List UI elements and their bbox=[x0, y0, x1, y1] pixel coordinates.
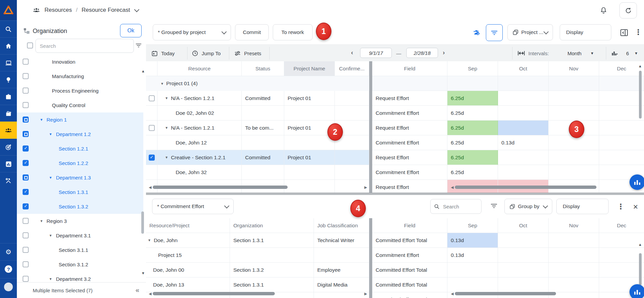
tree-checkbox[interactable] bbox=[23, 131, 29, 137]
scroll-left-icon[interactable]: ◀ bbox=[149, 185, 151, 190]
effort-cell-dec[interactable] bbox=[599, 91, 644, 106]
tree-item[interactable]: ▼Region 1 bbox=[17, 112, 143, 127]
effort-cell-nov[interactable] bbox=[549, 263, 599, 277]
effort-cell-sep[interactable]: 6.25d bbox=[447, 121, 498, 135]
column-header-oct[interactable]: Oct bbox=[498, 61, 549, 76]
today-button[interactable]: Today bbox=[151, 45, 175, 62]
group-by-dropdown[interactable]: Group by bbox=[504, 199, 552, 214]
org-filter-icon[interactable] bbox=[136, 43, 142, 48]
column-header-dec[interactable]: Dec bbox=[599, 61, 644, 76]
column-header-field[interactable]: Field bbox=[372, 218, 447, 233]
tree-item[interactable]: Section 1.3.2 bbox=[17, 199, 143, 214]
collapse-arrow-icon[interactable]: ▼ bbox=[165, 126, 168, 130]
tree-checkbox[interactable] bbox=[23, 160, 29, 166]
table-row[interactable]: Doe, John 32 Commitment Effort 6.25d bbox=[146, 165, 644, 180]
effort-cell-sep[interactable]: 6.25d bbox=[447, 165, 498, 180]
sidebar-item-projects[interactable] bbox=[0, 105, 17, 122]
column-header-organization[interactable]: Organization bbox=[230, 218, 314, 233]
tree-checkbox[interactable] bbox=[23, 261, 29, 267]
column-header-dec[interactable]: Dec bbox=[599, 218, 644, 233]
bottom-display-button[interactable]: Display bbox=[556, 199, 609, 214]
tree-item[interactable]: Innovation bbox=[17, 55, 143, 69]
display-button[interactable]: Display bbox=[560, 24, 611, 40]
column-header-resource-project[interactable]: Resource/Project bbox=[146, 218, 230, 233]
column-header-oct[interactable]: Oct bbox=[498, 218, 549, 233]
presets-button[interactable]: Presets bbox=[234, 45, 261, 62]
scroll-right-icon[interactable]: ▶ bbox=[364, 185, 367, 190]
scrollbar-thumb[interactable] bbox=[153, 186, 288, 189]
select-all-checkbox[interactable] bbox=[27, 42, 33, 48]
effort-cell-oct[interactable] bbox=[498, 277, 549, 292]
filter-toggle-button[interactable] bbox=[486, 24, 503, 41]
expand-arrow-icon[interactable]: ▼ bbox=[49, 228, 52, 243]
tree-checkbox[interactable] bbox=[23, 102, 29, 108]
table-row[interactable]: Doe 02, John 02 Commitment Effort 6.25d bbox=[146, 106, 644, 121]
effort-cell-nov[interactable] bbox=[549, 150, 599, 165]
tree-item[interactable]: ▼Department 1.3 bbox=[17, 170, 143, 185]
chart-view-fab[interactable] bbox=[630, 174, 644, 190]
refresh-button[interactable] bbox=[619, 2, 637, 19]
date-to-input[interactable] bbox=[406, 48, 438, 58]
scroll-left-icon[interactable]: ◀ bbox=[451, 185, 453, 190]
column-header-job-classification[interactable]: Job Classification bbox=[314, 218, 369, 233]
chart-view-fab[interactable] bbox=[630, 284, 644, 298]
scroll-up-icon[interactable]: ▲ bbox=[638, 64, 642, 68]
effort-cell-sep[interactable]: 0.13d bbox=[447, 248, 498, 263]
org-search-input[interactable] bbox=[36, 43, 134, 49]
sidebar-item-home[interactable] bbox=[0, 37, 17, 55]
sidebar-item-search[interactable] bbox=[0, 21, 17, 38]
sidebar-item-work[interactable] bbox=[0, 88, 17, 105]
tree-checkbox[interactable] bbox=[23, 232, 29, 238]
user-avatar[interactable] bbox=[0, 278, 17, 295]
tree-item[interactable]: Manufacturing bbox=[17, 69, 143, 84]
collapse-arrow-icon[interactable]: ▼ bbox=[165, 96, 168, 100]
table-row[interactable]: ▼Doe, John Section 1.3.1 Technical Write… bbox=[146, 233, 644, 248]
sidebar-item-workspace[interactable] bbox=[0, 54, 17, 71]
effort-cell-oct[interactable] bbox=[498, 165, 549, 180]
left-horizontal-scrollbar[interactable]: ◀ ▶ bbox=[147, 291, 369, 296]
group-collapse-arrow-icon[interactable]: ▼ bbox=[160, 82, 164, 86]
tree-scroll-down-icon[interactable]: ▼ bbox=[141, 271, 145, 275]
sidebar-item-goals[interactable] bbox=[0, 138, 17, 156]
column-splitter-handle[interactable] bbox=[369, 61, 372, 193]
tree-checkbox[interactable] bbox=[23, 218, 29, 224]
effort-cell-oct[interactable] bbox=[498, 248, 549, 263]
effort-cell-sep[interactable]: 6.25d bbox=[447, 106, 498, 121]
tree-item[interactable]: Section 3.1.2 bbox=[17, 257, 143, 272]
bottom-search-input[interactable] bbox=[442, 203, 478, 210]
tree-checkbox[interactable] bbox=[23, 117, 29, 123]
effort-cell-nov[interactable] bbox=[549, 91, 599, 106]
side-panel-toggle-button[interactable] bbox=[619, 28, 629, 37]
row-checkbox[interactable] bbox=[149, 125, 155, 131]
effort-cell-dec[interactable] bbox=[599, 135, 644, 150]
effort-cell-sep[interactable] bbox=[447, 263, 498, 277]
sidebar-item-ideas[interactable] bbox=[0, 71, 17, 88]
column-header-sep[interactable]: Sep bbox=[447, 61, 498, 76]
tree-checkbox[interactable] bbox=[23, 247, 29, 253]
breadcrumb-page[interactable]: Resource Forecast bbox=[82, 7, 130, 13]
column-header-sep[interactable]: Sep bbox=[447, 218, 498, 233]
commit-button[interactable]: Commit bbox=[235, 24, 269, 40]
right-horizontal-scrollbar[interactable]: ◀ bbox=[449, 185, 638, 190]
breadcrumb-caret-icon[interactable] bbox=[134, 7, 139, 12]
table-row[interactable]: Doe, John 00 Section 1.3.2 Employee Comm… bbox=[146, 263, 644, 277]
tree-item[interactable]: Quality Control bbox=[17, 98, 143, 113]
sidebar-item-tools[interactable] bbox=[0, 172, 17, 189]
collapse-arrow-icon[interactable]: ▼ bbox=[148, 238, 151, 242]
date-from-input[interactable] bbox=[360, 48, 392, 58]
close-panel-button[interactable]: ✕ bbox=[632, 202, 640, 211]
effort-cell-oct-selected[interactable] bbox=[498, 121, 549, 135]
scroll-right-icon[interactable]: ▶ bbox=[364, 292, 367, 296]
column-header-field[interactable]: Field bbox=[372, 61, 447, 76]
column-splitter-handle[interactable] bbox=[369, 218, 372, 298]
scrollbar-thumb[interactable] bbox=[153, 292, 275, 295]
effort-cell-dec[interactable] bbox=[599, 121, 644, 135]
tree-checkbox[interactable] bbox=[23, 174, 29, 180]
collapse-panel-icon[interactable]: « bbox=[136, 283, 139, 298]
effort-cell-dec[interactable] bbox=[599, 150, 644, 165]
tree-checkbox[interactable] bbox=[23, 59, 29, 65]
vertical-scrollbar-thumb[interactable] bbox=[639, 253, 642, 285]
tree-item[interactable]: ▼Region 3 bbox=[17, 214, 143, 229]
panel-splitter-handle[interactable] bbox=[146, 193, 644, 195]
effort-cell-sep[interactable]: 6.25d bbox=[447, 135, 498, 150]
